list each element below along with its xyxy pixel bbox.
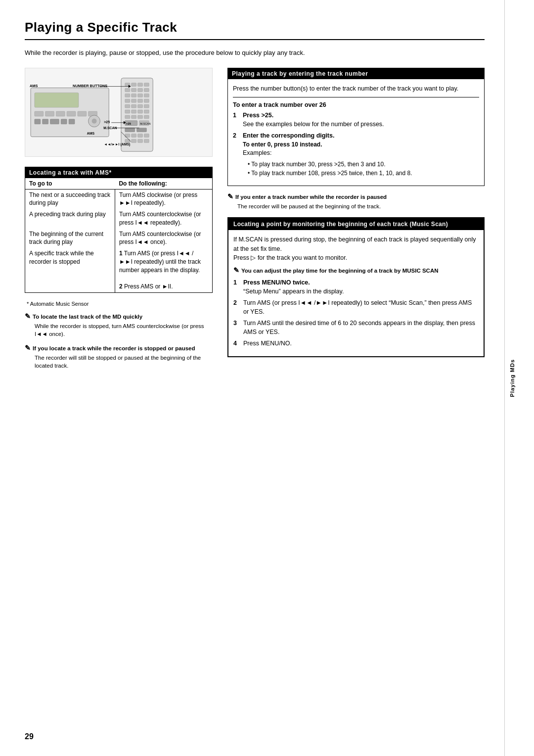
ams-row-do-2: Turn AMS counterclockwise (or press I◄◄ … — [115, 229, 212, 248]
svg-rect-11 — [61, 119, 67, 124]
svg-text:AMS: AMS — [30, 83, 38, 88]
locating-step-1: 2Turn AMS (or press I◄◄ /►►I repeatedly)… — [233, 299, 479, 316]
tip-stopped-icon: ✎ — [25, 344, 31, 351]
music-scan-tip-title: ✎ You can adjust the play time for the b… — [233, 267, 479, 275]
tip-paused: ✎ If you enter a track number while the … — [227, 193, 485, 210]
locating-step-num-0: 1 — [233, 279, 240, 296]
locating-step-num-2: 3 — [233, 319, 240, 336]
svg-rect-57 — [138, 139, 143, 142]
svg-text:NUMBER BUTTONS: NUMBER BUTTONS — [73, 83, 107, 88]
step2-num: 2 — [233, 132, 240, 180]
svg-rect-53 — [138, 134, 143, 137]
locating-step-content-0: Press MENU/NO twice.“Setup Menu” appears… — [243, 279, 479, 296]
locating-steps: 1Press MENU/NO twice.“Setup Menu” appear… — [233, 279, 479, 348]
right-column: Playing a track by entering the track nu… — [227, 68, 485, 376]
playing-by-number-inner: Press the number button(s) to enter the … — [228, 79, 484, 186]
svg-rect-38 — [132, 110, 136, 113]
ams-table: To go to Do the following: The next or a… — [25, 178, 212, 293]
svg-rect-20 — [144, 83, 149, 86]
svg-rect-6 — [78, 111, 87, 116]
svg-rect-31 — [138, 99, 143, 102]
ams-row-do-1: Turn AMS counterclockwise (or press I◄◄ … — [115, 209, 212, 229]
svg-point-14 — [92, 118, 97, 123]
tip-last-track: ✎ To locate the last track of the MD qui… — [25, 313, 213, 338]
svg-rect-12 — [69, 119, 75, 124]
tip-paused-body: The recorder will be paused at the begin… — [237, 202, 485, 210]
locating-point-intro: If M.SCAN is pressed during stop, the be… — [233, 235, 479, 263]
svg-rect-25 — [125, 94, 130, 97]
svg-rect-40 — [144, 110, 149, 113]
step2-sub: To enter 0, press 10 instead. — [243, 141, 322, 148]
svg-text:◄◄/►►I (AMS): ◄◄/►►I (AMS) — [104, 142, 130, 146]
ams-col1-header: To go to — [25, 178, 115, 189]
locating-step-content-1: Turn AMS (or press I◄◄ /►►I repeatedly) … — [243, 299, 479, 316]
svg-text:M.SCAN: M.SCAN — [140, 122, 151, 125]
svg-rect-9 — [43, 119, 48, 124]
locating-step-2: 3Turn AMS until the desired time of 6 to… — [233, 319, 479, 336]
locating-point-section: Locating a point by monitoring the begin… — [227, 217, 485, 357]
svg-text:M.SCAN: M.SCAN — [103, 126, 117, 129]
device-illustration: AMS — [25, 68, 213, 157]
music-scan-tip: ✎ You can adjust the play time for the b… — [233, 267, 479, 275]
intro-text: While the recorder is playing, pause or … — [25, 48, 485, 58]
left-column: AMS — [25, 68, 213, 376]
svg-rect-56 — [132, 139, 136, 142]
ams-row-do-3: 1 Turn AMS (or press I◄◄ / ►►I repeatedl… — [115, 248, 212, 292]
step1-bold: Press >25. — [243, 112, 273, 119]
step1: 1 Press >25. See the examples below for … — [233, 111, 479, 129]
page-title: Playing a Specific Track — [25, 20, 485, 40]
svg-rect-36 — [144, 104, 149, 108]
svg-rect-21 — [125, 88, 130, 92]
locating-step-3: 4Press MENU/NO. — [233, 339, 479, 348]
tip-paused-title: ✎ If you enter a track number while the … — [227, 193, 485, 201]
tip-stopped-paused-title: ✎ If you locate a track while the record… — [25, 344, 213, 352]
ams-row-goto-3: A specific track while the recorder is s… — [25, 248, 115, 292]
svg-rect-50 — [137, 128, 147, 132]
ams-row-goto-1: A preceding track during play — [25, 209, 115, 229]
ams-row-goto-2: The beginning of the current track durin… — [25, 229, 115, 248]
svg-rect-10 — [50, 119, 59, 124]
main-content: Playing a Specific Track While the recor… — [0, 0, 504, 756]
svg-rect-41 — [125, 115, 130, 118]
locating-ams-header: Locating a track with AMS* — [25, 167, 212, 178]
ams-col2-header: Do the following: — [115, 178, 212, 189]
svg-rect-26 — [132, 94, 136, 97]
right-tab-label: Playing MDs — [509, 359, 515, 397]
tip-paused-icon: ✎ — [227, 193, 233, 200]
tip-last-track-title-text: To locate the last track of the MD quick… — [33, 313, 142, 321]
svg-rect-18 — [132, 83, 136, 86]
svg-text:>25: >25 — [126, 122, 132, 125]
right-sidebar-tab: Playing MDs — [504, 0, 519, 756]
locating-step-content-3: Press MENU/NO. — [243, 339, 479, 348]
page-container: Playing a Specific Track While the recor… — [0, 0, 534, 756]
svg-rect-58 — [144, 139, 149, 142]
playing-by-number-section: Playing a track by entering the track nu… — [227, 68, 485, 186]
bullet-item-1: To play track number 108, press >25 twic… — [248, 169, 479, 178]
tip-paused-title-text: If you enter a track number while the re… — [235, 193, 387, 201]
svg-text:>25: >25 — [104, 120, 110, 123]
playing-by-number-subsection: To enter a track number over 26 — [233, 101, 479, 108]
tip-icon: ✎ — [25, 313, 31, 320]
bullet-item-0: To play track number 30, press >25, then… — [248, 160, 479, 169]
svg-rect-3 — [45, 111, 54, 116]
locating-point-header: Locating a point by monitoring the begin… — [228, 218, 484, 230]
svg-rect-1 — [35, 93, 79, 107]
svg-rect-44 — [144, 115, 149, 118]
svg-rect-35 — [138, 104, 143, 108]
svg-rect-23 — [138, 88, 143, 92]
page-number: 29 — [25, 732, 34, 741]
step1-num: 1 — [233, 111, 240, 129]
step2: 2 Enter the corresponding digits. To ent… — [233, 132, 479, 180]
locating-point-inner: If M.SCAN is pressed during stop, the be… — [228, 230, 484, 356]
step2-bullets: To play track number 30, press >25, then… — [248, 160, 479, 178]
svg-rect-32 — [144, 99, 149, 102]
ams-footnote: * Automatic Music Sensor — [25, 301, 213, 307]
ams-row-do-0: Turn AMS clockwise (or press ►►I repeate… — [115, 189, 212, 209]
svg-rect-39 — [138, 110, 143, 113]
svg-rect-2 — [35, 111, 44, 116]
step2-content: Enter the corresponding digits. To enter… — [243, 132, 479, 180]
locating-step-content-2: Turn AMS until the desired time of 6 to … — [243, 319, 479, 336]
locating-ams-section: Locating a track with AMS* To go to Do t… — [25, 167, 213, 293]
svg-rect-28 — [144, 94, 149, 97]
tip-stopped-paused-title-text: If you locate a track while the recorder… — [33, 344, 195, 352]
